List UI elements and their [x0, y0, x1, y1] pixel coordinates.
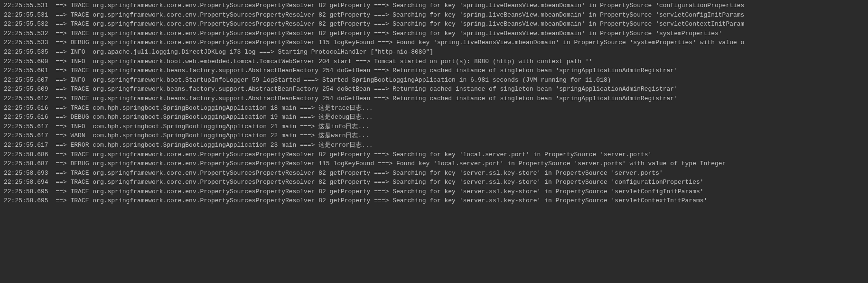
log-lineno: 82 [318, 179, 326, 186]
log-message: Found key 'spring.liveBeansView.mbeanDom… [396, 39, 744, 46]
log-line[interactable]: 22:25:58.687 ==> DEBUG org.springframewo… [0, 159, 868, 169]
log-logger: org.springframework.core.env.PropertySou… [93, 188, 315, 195]
log-arrow: ==> [56, 67, 66, 74]
log-logger: org.springframework.beans.factory.suppor… [93, 95, 318, 102]
log-timestamp: 22:25:58.694 [4, 179, 48, 186]
log-separator: ===> [300, 123, 315, 130]
log-message: Searching for key 'server.ssl.key-store'… [392, 170, 663, 177]
log-method: start [333, 58, 352, 65]
log-timestamp: 22:25:58.687 [4, 160, 48, 167]
log-level: TRACE [70, 197, 89, 204]
log-separator: ===> [374, 20, 389, 28]
log-level: TRACE [70, 67, 89, 74]
log-arrow: ==> [56, 95, 66, 102]
log-line[interactable]: 22:25:55.532 ==> TRACE org.springframewo… [0, 29, 868, 38]
log-logger: org.apache.juli.logging.DirectJDKLog [93, 48, 226, 56]
log-line[interactable]: 22:25:55.531 ==> TRACE org.springframewo… [0, 10, 868, 20]
log-logger: org.springframework.boot.web.embedded.to… [93, 58, 315, 65]
log-timestamp: 22:25:58.695 [4, 197, 48, 204]
log-logger: org.springframework.core.env.PropertySou… [93, 11, 315, 19]
log-line[interactable]: 22:25:58.695 ==> TRACE org.springframewo… [0, 187, 868, 197]
log-line[interactable]: 22:25:55.601 ==> TRACE org.springframewo… [0, 66, 868, 75]
log-level: DEBUG [70, 113, 89, 121]
log-arrow: ==> [56, 123, 66, 130]
log-message: Searching for key 'spring.liveBeansView.… [392, 2, 744, 9]
log-lineno: 82 [318, 170, 326, 177]
log-line[interactable]: 22:25:55.531 ==> TRACE org.springframewo… [0, 1, 868, 10]
log-line[interactable]: 22:25:55.607 ==> INFO org.springframewor… [0, 75, 868, 85]
log-separator: ===> [355, 58, 370, 65]
log-line[interactable]: 22:25:55.617 ==> ERROR com.hph.springboo… [0, 141, 868, 150]
log-message: 这是error日志... [318, 142, 373, 149]
log-logger: org.springframework.core.env.PropertySou… [93, 160, 315, 167]
log-method: getProperty [330, 188, 371, 195]
log-arrow: ==> [56, 132, 66, 139]
log-message: Searching for key 'server.ssl.key-store'… [392, 197, 707, 204]
log-message: Searching for key 'local.server.port' in… [392, 151, 652, 158]
log-method: logStarted [263, 76, 300, 84]
log-separator: ===> [300, 132, 315, 139]
log-message: Searching for key 'server.ssl.key-store'… [392, 179, 703, 186]
log-line[interactable]: 22:25:55.532 ==> TRACE org.springframewo… [0, 19, 868, 29]
log-level: TRACE [70, 188, 89, 195]
log-line[interactable]: 22:25:55.617 ==> WARN com.hph.springboot… [0, 131, 868, 141]
log-message: Returning cached instance of singleton b… [392, 67, 678, 74]
log-separator: ===> [304, 76, 318, 84]
log-timestamp: 22:25:55.616 [4, 113, 48, 121]
log-line[interactable]: 22:25:55.600 ==> INFO org.springframewor… [0, 57, 868, 66]
log-timestamp: 22:25:55.531 [4, 2, 48, 9]
log-logger: org.springframework.core.env.PropertySou… [93, 39, 315, 46]
log-timestamp: 22:25:55.612 [4, 95, 48, 102]
log-level: TRACE [70, 95, 89, 102]
log-separator: ===> [374, 2, 389, 9]
log-message: 这是info日志... [318, 123, 369, 130]
log-separator: ===> [374, 188, 389, 195]
log-lineno: 22 [271, 132, 278, 139]
log-timestamp: 22:25:58.693 [4, 170, 48, 177]
log-method: logKeyFound [333, 39, 374, 46]
log-lineno: 59 [252, 76, 260, 84]
log-line[interactable]: 22:25:55.612 ==> TRACE org.springframewo… [0, 94, 868, 104]
log-line[interactable]: 22:25:58.695 ==> TRACE org.springframewo… [0, 196, 868, 206]
log-line[interactable]: 22:25:55.617 ==> INFO com.hph.springboot… [0, 122, 868, 132]
log-output-panel[interactable]: 22:25:55.531 ==> TRACE org.springframewo… [0, 1, 868, 206]
log-logger: com.hph.springboot.SpringBootLoggingAppl… [93, 113, 267, 121]
log-line[interactable]: 22:25:58.693 ==> TRACE org.springframewo… [0, 169, 868, 178]
log-lineno: 204 [318, 58, 329, 65]
log-arrow: ==> [56, 76, 66, 84]
log-separator: ===> [374, 67, 389, 74]
log-timestamp: 22:25:55.609 [4, 85, 48, 93]
log-separator: ===> [259, 48, 274, 56]
log-method: doGetBean [337, 95, 370, 102]
log-message: 这是warn日志... [318, 132, 369, 139]
log-timestamp: 22:25:55.531 [4, 11, 48, 19]
log-line[interactable]: 22:25:55.616 ==> TRACE com.hph.springboo… [0, 104, 868, 113]
log-line[interactable]: 22:25:55.616 ==> DEBUG com.hph.springboo… [0, 113, 868, 122]
log-method: doGetBean [337, 85, 370, 93]
log-arrow: ==> [56, 30, 66, 37]
log-line[interactable]: 22:25:58.694 ==> TRACE org.springframewo… [0, 178, 868, 187]
log-line[interactable]: 22:25:55.609 ==> TRACE org.springframewo… [0, 85, 868, 94]
log-message: Searching for key 'spring.liveBeansView.… [392, 30, 722, 37]
log-lineno: 19 [271, 113, 278, 121]
log-lineno: 82 [318, 11, 326, 19]
log-line[interactable]: 22:25:58.686 ==> TRACE org.springframewo… [0, 150, 868, 160]
log-level: TRACE [70, 179, 89, 186]
log-arrow: ==> [56, 48, 66, 56]
log-separator: ===> [374, 197, 389, 204]
log-lineno: 254 [322, 85, 333, 93]
log-separator: ===> [300, 104, 315, 112]
log-separator: ===> [300, 142, 315, 149]
log-arrow: ==> [56, 39, 66, 46]
log-message: 这是debug日志... [318, 113, 373, 121]
log-line[interactable]: 22:25:55.533 ==> DEBUG org.springframewo… [0, 38, 868, 47]
log-logger: org.springframework.core.env.PropertySou… [93, 30, 315, 37]
log-line[interactable]: 22:25:55.535 ==> INFO org.apache.juli.lo… [0, 47, 868, 57]
log-logger: com.hph.springboot.SpringBootLoggingAppl… [93, 142, 267, 149]
log-lineno: 82 [318, 30, 326, 37]
log-arrow: ==> [56, 2, 66, 9]
log-message: Found key 'local.server.port' in Propert… [396, 160, 726, 167]
log-logger: org.springframework.core.env.PropertySou… [93, 20, 315, 28]
log-arrow: ==> [56, 113, 66, 121]
log-message: Tomcat started on port(s): 8080 (http) w… [374, 58, 592, 65]
